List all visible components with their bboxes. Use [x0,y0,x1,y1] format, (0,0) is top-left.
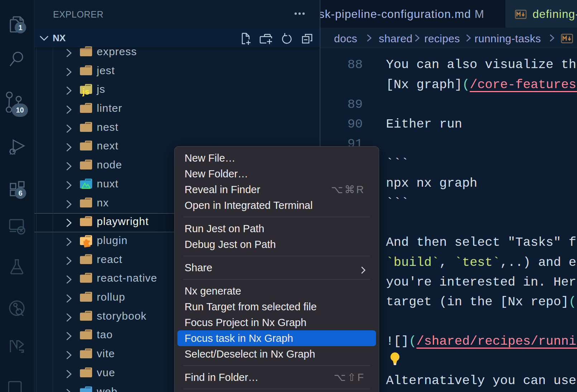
svg-text:js: js [82,87,89,96]
